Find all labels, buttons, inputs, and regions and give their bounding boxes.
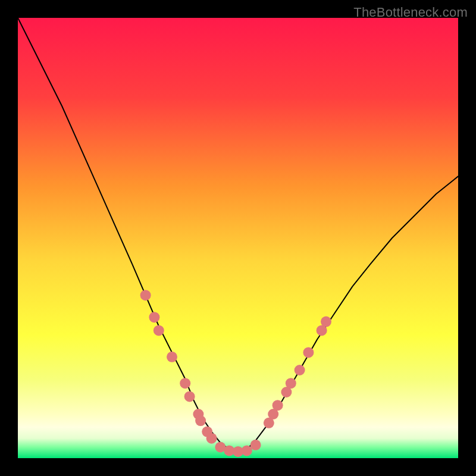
data-marker xyxy=(184,391,195,402)
data-marker xyxy=(286,378,296,389)
bottleneck-chart xyxy=(18,18,458,458)
chart-container: TheBottleneck.com xyxy=(0,0,476,476)
data-marker xyxy=(242,445,252,456)
watermark-label: TheBottleneck.com xyxy=(353,5,468,20)
data-marker xyxy=(154,325,164,336)
data-marker xyxy=(273,400,283,411)
data-marker xyxy=(321,317,331,327)
data-marker xyxy=(206,433,217,444)
data-marker xyxy=(295,365,305,375)
data-marker xyxy=(180,378,190,389)
data-marker xyxy=(149,312,159,322)
data-marker xyxy=(195,415,206,426)
data-marker xyxy=(250,440,261,450)
data-marker xyxy=(167,352,177,362)
data-marker xyxy=(303,347,314,358)
data-marker xyxy=(140,290,151,300)
